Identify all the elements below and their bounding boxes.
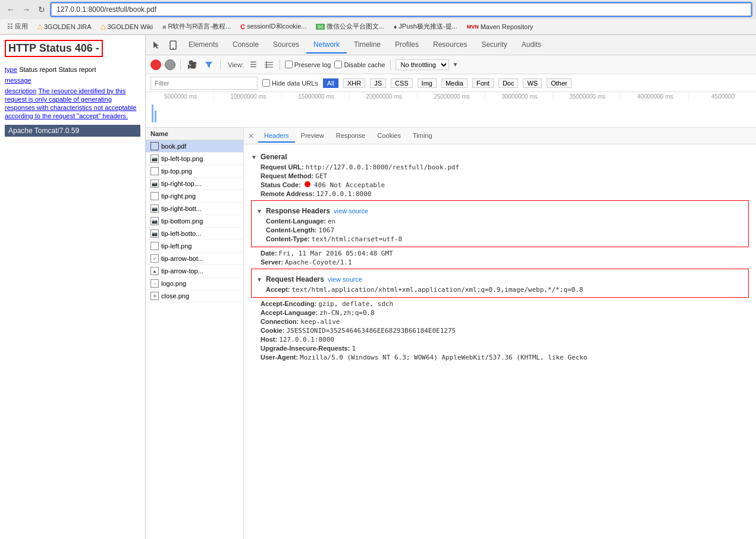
disable-cache-input[interactable]: [334, 61, 342, 68]
file-item-book-pdf[interactable]: book.pdf: [146, 140, 243, 153]
file-item-tip-left[interactable]: tip-left.png: [146, 240, 243, 253]
content-type-key: Content-Type:: [266, 235, 310, 242]
filter-all[interactable]: All: [323, 78, 338, 88]
detail-tab-timing[interactable]: Timing: [407, 130, 438, 143]
request-url-value: http://127.0.0.1:8000/restfull/book.pdf: [306, 163, 459, 171]
tab-resources[interactable]: Resources: [426, 37, 474, 53]
maven-icon: MVN: [467, 24, 479, 30]
warning-icon: △: [37, 23, 42, 30]
cookie-value: JSESSIONID=352546463486EE68293B66184E0E1…: [286, 327, 456, 335]
hide-data-urls-checkbox[interactable]: Hide data URLs: [262, 79, 318, 87]
tab-security[interactable]: Security: [474, 37, 514, 53]
file-item-tip-arrow-top[interactable]: ▲ tip-arrow-top...: [146, 265, 243, 278]
accept-encoding-key: Accept-Encoding:: [261, 300, 316, 307]
tab-sources[interactable]: Sources: [266, 37, 306, 53]
bookmark-maven[interactable]: MVN Maven Repository: [465, 23, 536, 31]
clear-button[interactable]: [165, 59, 175, 70]
file-item-tip-left-botto[interactable]: 📷 tip-left-botto...: [146, 228, 243, 240]
timeline-area: 5000000 ms 10000000 ms 15000000 ms 20000…: [146, 92, 756, 128]
accept-language-key: Accept-Language:: [261, 309, 318, 316]
filter-css[interactable]: CSS: [391, 78, 413, 88]
close-detail-button[interactable]: ✕: [246, 131, 256, 141]
file-name-7: tip-left-botto...: [161, 230, 201, 237]
tab-profiles[interactable]: Profiles: [388, 37, 426, 53]
filter-input[interactable]: [150, 77, 258, 90]
mobile-icon[interactable]: [165, 37, 181, 53]
disable-cache-checkbox[interactable]: Disable cache: [334, 61, 385, 68]
record-button[interactable]: [150, 59, 161, 70]
throttle-select[interactable]: No throttling: [396, 59, 449, 70]
filter-icon[interactable]: [202, 58, 215, 71]
timeline-label-6: 35000000 ms: [553, 93, 620, 100]
forward-button[interactable]: →: [20, 4, 32, 15]
detail-tab-headers[interactable]: Headers: [258, 130, 295, 143]
filter-xhr[interactable]: XHR: [343, 78, 365, 88]
devtools-tabs: Elements Console Sources Network Timelin…: [146, 35, 756, 55]
list-view-icon[interactable]: ☰: [247, 59, 259, 71]
address-bar[interactable]: [51, 3, 751, 16]
bookmark-apps[interactable]: ☷ 应用: [5, 21, 30, 31]
response-headers-title: ▼ Response Headers view source: [256, 207, 744, 215]
png-icon-12: ✕: [150, 292, 159, 300]
request-method-row: Request Method: GET: [261, 172, 749, 180]
hide-data-urls-input[interactable]: [262, 79, 270, 87]
file-item-tip-right[interactable]: tip-right.png: [146, 190, 243, 203]
file-item-tip-right-bott[interactable]: 📷 tip-right-bott...: [146, 203, 243, 215]
detail-tab-response[interactable]: Response: [330, 130, 372, 143]
wx-icon: 96: [316, 24, 324, 30]
filter-font[interactable]: Font: [472, 78, 494, 88]
browser-chrome: ← → ↻ ☷ 应用 △ 3GOLDEN JIRA △ 3GOLDEN Wiki…: [0, 0, 756, 35]
request-triangle-icon: ▼: [256, 276, 262, 283]
tab-console[interactable]: Console: [225, 37, 266, 53]
file-item-tip-right-top[interactable]: 📷 tip-right-top....: [146, 178, 243, 190]
filter-media[interactable]: Media: [441, 78, 468, 88]
preserve-log-checkbox[interactable]: Preserve log: [285, 61, 331, 68]
status-dot: [305, 181, 310, 187]
tab-elements[interactable]: Elements: [181, 37, 225, 53]
bookmark-r-software[interactable]: ■ R软件与R语言-教程...: [160, 21, 233, 31]
cursor-icon[interactable]: [148, 37, 165, 53]
tab-network[interactable]: Network: [306, 37, 347, 53]
bookmark-3golden-jira[interactable]: △ 3GOLDEN JIRA: [35, 22, 93, 31]
back-button[interactable]: ←: [5, 4, 17, 15]
tab-audits[interactable]: Audits: [515, 37, 548, 53]
response-triangle-icon: ▼: [256, 208, 262, 215]
file-item-logo[interactable]: → logo.png: [146, 278, 243, 290]
grid-view-icon[interactable]: [263, 59, 275, 71]
png-icon-1: 📷: [150, 155, 159, 163]
bookmark-session[interactable]: C sessionID和cookie...: [238, 21, 309, 31]
connection-value: keep-alive: [300, 318, 340, 326]
filter-other[interactable]: Other: [547, 78, 572, 88]
content-length-key: Content-Length:: [266, 226, 317, 234]
preserve-log-input[interactable]: [285, 61, 293, 68]
accept-encoding-row: Accept-Encoding: gzip, deflate, sdch: [261, 300, 749, 308]
png-icon-6: 📷: [150, 217, 159, 225]
file-name-11: logo.png: [161, 280, 186, 287]
bookmark-weixin[interactable]: 96 微信公众平台图文...: [313, 21, 386, 31]
file-item-tip-arrow-bot[interactable]: ✓ tip-arrow-bot...: [146, 253, 243, 265]
detail-tab-cookies[interactable]: Cookies: [371, 130, 407, 143]
filter-img[interactable]: Img: [418, 78, 437, 88]
filter-ws[interactable]: WS: [523, 78, 542, 88]
request-view-source-link[interactable]: view source: [328, 276, 362, 283]
file-item-tip-bottom[interactable]: 📷 tip-bottom.png: [146, 215, 243, 228]
request-url-row: Request URL: http://127.0.0.1:8000/restf…: [261, 163, 749, 171]
file-item-tip-left-top[interactable]: 📷 tip-left-top.png: [146, 153, 243, 165]
filter-bar: Hide data URLs All XHR JS CSS Img Media …: [146, 74, 756, 92]
remote-address-key: Remote Address:: [261, 190, 315, 197]
upgrade-value: 1: [352, 345, 356, 352]
camera-icon[interactable]: 🎥: [186, 58, 199, 71]
view-label: View:: [228, 61, 244, 68]
bookmark-3golden-wiki[interactable]: △ 3GOLDEN Wiki: [98, 22, 155, 31]
r-icon: ■: [162, 23, 167, 30]
file-item-tip-top[interactable]: tip-top.png: [146, 165, 243, 178]
bookmark-jpush[interactable]: ♦ JPush极光推送-提...: [391, 21, 460, 31]
response-view-source-link[interactable]: view source: [334, 207, 368, 215]
refresh-button[interactable]: ↻: [36, 4, 48, 15]
detail-tab-preview[interactable]: Preview: [295, 130, 330, 143]
file-item-close[interactable]: ✕ close.png: [146, 290, 243, 302]
filter-doc[interactable]: Doc: [498, 78, 519, 88]
timeline-bar-2: [155, 111, 156, 122]
tab-timeline[interactable]: Timeline: [347, 37, 388, 53]
filter-js[interactable]: JS: [370, 78, 386, 88]
